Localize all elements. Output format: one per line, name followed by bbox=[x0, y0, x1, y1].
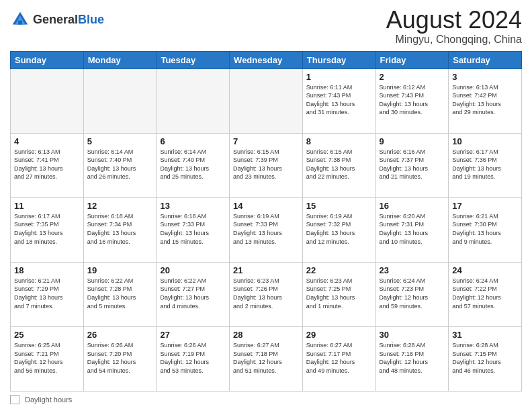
footer-label: Daylight hours bbox=[25, 396, 72, 404]
logo-blue: Blue bbox=[78, 13, 104, 26]
calendar-header-thursday: Thursday bbox=[302, 51, 375, 68]
day-number: 17 bbox=[452, 201, 518, 211]
day-info: Sunrise: 6:14 AMSunset: 7:40 PMDaylight:… bbox=[87, 148, 153, 181]
calendar-cell-4-5: 30Sunrise: 6:28 AMSunset: 7:16 PMDayligh… bbox=[375, 326, 449, 391]
calendar-cell-0-5: 2Sunrise: 6:12 AMSunset: 7:43 PMDaylight… bbox=[375, 68, 449, 133]
calendar-cell-1-3: 7Sunrise: 6:15 AMSunset: 7:39 PMDaylight… bbox=[230, 133, 303, 197]
calendar-cell-0-3 bbox=[230, 68, 303, 133]
day-number: 2 bbox=[380, 72, 445, 82]
day-number: 22 bbox=[306, 265, 372, 275]
calendar-week-2: 11Sunrise: 6:17 AMSunset: 7:35 PMDayligh… bbox=[11, 197, 522, 262]
footer-box bbox=[10, 395, 19, 404]
day-number: 18 bbox=[14, 265, 80, 275]
svg-rect-2 bbox=[18, 21, 22, 25]
calendar-cell-0-6: 3Sunrise: 6:13 AMSunset: 7:42 PMDaylight… bbox=[449, 68, 522, 133]
day-info: Sunrise: 6:17 AMSunset: 7:35 PMDaylight:… bbox=[14, 212, 80, 246]
day-info: Sunrise: 6:27 AMSunset: 7:18 PMDaylight:… bbox=[233, 341, 299, 375]
calendar-cell-3-2: 20Sunrise: 6:22 AMSunset: 7:27 PMDayligh… bbox=[157, 262, 230, 326]
day-info: Sunrise: 6:18 AMSunset: 7:34 PMDaylight:… bbox=[87, 212, 153, 246]
calendar-week-0: 1Sunrise: 6:11 AMSunset: 7:43 PMDaylight… bbox=[11, 68, 522, 133]
calendar-week-3: 18Sunrise: 6:21 AMSunset: 7:29 PMDayligh… bbox=[11, 262, 522, 326]
day-info: Sunrise: 6:19 AMSunset: 7:33 PMDaylight:… bbox=[233, 212, 299, 246]
logo-text: GeneralBlue bbox=[33, 13, 104, 26]
day-info: Sunrise: 6:16 AMSunset: 7:37 PMDaylight:… bbox=[380, 148, 445, 181]
day-info: Sunrise: 6:28 AMSunset: 7:16 PMDaylight:… bbox=[380, 341, 445, 375]
calendar-cell-1-2: 6Sunrise: 6:14 AMSunset: 7:40 PMDaylight… bbox=[157, 133, 230, 197]
calendar-header-friday: Friday bbox=[375, 51, 449, 68]
day-number: 12 bbox=[87, 201, 153, 211]
calendar-cell-2-6: 17Sunrise: 6:21 AMSunset: 7:30 PMDayligh… bbox=[449, 197, 522, 262]
day-info: Sunrise: 6:22 AMSunset: 7:27 PMDaylight:… bbox=[160, 277, 226, 310]
day-number: 11 bbox=[14, 201, 80, 211]
day-number: 6 bbox=[160, 136, 226, 146]
day-number: 27 bbox=[160, 330, 226, 340]
calendar-header-sunday: Sunday bbox=[11, 51, 84, 68]
day-number: 23 bbox=[380, 265, 445, 275]
calendar-cell-2-4: 15Sunrise: 6:19 AMSunset: 7:32 PMDayligh… bbox=[302, 197, 375, 262]
calendar-table: SundayMondayTuesdayWednesdayThursdayFrid… bbox=[10, 51, 522, 392]
day-info: Sunrise: 6:14 AMSunset: 7:40 PMDaylight:… bbox=[160, 148, 226, 181]
calendar-cell-4-1: 26Sunrise: 6:26 AMSunset: 7:20 PMDayligh… bbox=[83, 326, 157, 391]
calendar-cell-0-0 bbox=[11, 68, 84, 133]
day-info: Sunrise: 6:19 AMSunset: 7:32 PMDaylight:… bbox=[306, 212, 372, 246]
day-number: 14 bbox=[233, 201, 299, 211]
day-number: 30 bbox=[380, 330, 445, 340]
calendar-header-wednesday: Wednesday bbox=[230, 51, 303, 68]
logo: GeneralBlue bbox=[10, 9, 104, 30]
calendar-week-4: 25Sunrise: 6:25 AMSunset: 7:21 PMDayligh… bbox=[11, 326, 522, 391]
logo-icon bbox=[10, 9, 30, 30]
footer: Daylight hours bbox=[10, 395, 522, 404]
calendar-header-saturday: Saturday bbox=[449, 51, 522, 68]
day-number: 21 bbox=[233, 265, 299, 275]
day-info: Sunrise: 6:21 AMSunset: 7:29 PMDaylight:… bbox=[14, 277, 80, 310]
day-number: 31 bbox=[452, 330, 518, 340]
day-info: Sunrise: 6:13 AMSunset: 7:42 PMDaylight:… bbox=[452, 83, 518, 117]
day-number: 28 bbox=[233, 330, 299, 340]
calendar-cell-0-4: 1Sunrise: 6:11 AMSunset: 7:43 PMDaylight… bbox=[302, 68, 375, 133]
calendar-cell-2-3: 14Sunrise: 6:19 AMSunset: 7:33 PMDayligh… bbox=[230, 197, 303, 262]
calendar-cell-3-5: 23Sunrise: 6:24 AMSunset: 7:23 PMDayligh… bbox=[375, 262, 449, 326]
calendar-cell-0-2 bbox=[157, 68, 230, 133]
calendar-cell-4-2: 27Sunrise: 6:26 AMSunset: 7:19 PMDayligh… bbox=[157, 326, 230, 391]
calendar-cell-3-6: 24Sunrise: 6:24 AMSunset: 7:22 PMDayligh… bbox=[449, 262, 522, 326]
day-info: Sunrise: 6:17 AMSunset: 7:36 PMDaylight:… bbox=[452, 148, 518, 181]
calendar-cell-3-4: 22Sunrise: 6:23 AMSunset: 7:25 PMDayligh… bbox=[302, 262, 375, 326]
day-info: Sunrise: 6:18 AMSunset: 7:33 PMDaylight:… bbox=[160, 212, 226, 246]
day-number: 10 bbox=[452, 136, 518, 146]
calendar-cell-1-0: 4Sunrise: 6:13 AMSunset: 7:41 PMDaylight… bbox=[11, 133, 84, 197]
calendar-cell-1-4: 8Sunrise: 6:15 AMSunset: 7:38 PMDaylight… bbox=[302, 133, 375, 197]
day-number: 15 bbox=[306, 201, 372, 211]
header: GeneralBlue August 2024 Mingyu, Chongqin… bbox=[10, 7, 522, 46]
day-info: Sunrise: 6:27 AMSunset: 7:17 PMDaylight:… bbox=[306, 341, 372, 375]
day-number: 5 bbox=[87, 136, 153, 146]
calendar-cell-3-0: 18Sunrise: 6:21 AMSunset: 7:29 PMDayligh… bbox=[11, 262, 84, 326]
day-info: Sunrise: 6:26 AMSunset: 7:20 PMDaylight:… bbox=[87, 341, 153, 375]
calendar-header-row: SundayMondayTuesdayWednesdayThursdayFrid… bbox=[11, 51, 522, 68]
day-info: Sunrise: 6:24 AMSunset: 7:23 PMDaylight:… bbox=[380, 277, 445, 310]
calendar-cell-0-1 bbox=[83, 68, 157, 133]
day-info: Sunrise: 6:26 AMSunset: 7:19 PMDaylight:… bbox=[160, 341, 226, 375]
calendar-header-tuesday: Tuesday bbox=[157, 51, 230, 68]
day-info: Sunrise: 6:11 AMSunset: 7:43 PMDaylight:… bbox=[306, 83, 372, 117]
calendar-cell-1-5: 9Sunrise: 6:16 AMSunset: 7:37 PMDaylight… bbox=[375, 133, 449, 197]
calendar-cell-2-2: 13Sunrise: 6:18 AMSunset: 7:33 PMDayligh… bbox=[157, 197, 230, 262]
day-number: 9 bbox=[380, 136, 445, 146]
day-number: 13 bbox=[160, 201, 226, 211]
calendar-cell-2-5: 16Sunrise: 6:20 AMSunset: 7:31 PMDayligh… bbox=[375, 197, 449, 262]
day-info: Sunrise: 6:13 AMSunset: 7:41 PMDaylight:… bbox=[14, 148, 80, 181]
calendar-header-monday: Monday bbox=[83, 51, 157, 68]
calendar-cell-4-3: 28Sunrise: 6:27 AMSunset: 7:18 PMDayligh… bbox=[230, 326, 303, 391]
day-number: 16 bbox=[380, 201, 445, 211]
calendar-cell-4-6: 31Sunrise: 6:28 AMSunset: 7:15 PMDayligh… bbox=[449, 326, 522, 391]
calendar-cell-3-3: 21Sunrise: 6:23 AMSunset: 7:26 PMDayligh… bbox=[230, 262, 303, 326]
day-info: Sunrise: 6:23 AMSunset: 7:25 PMDaylight:… bbox=[306, 277, 372, 310]
day-info: Sunrise: 6:28 AMSunset: 7:15 PMDaylight:… bbox=[452, 341, 518, 375]
day-number: 29 bbox=[306, 330, 372, 340]
day-info: Sunrise: 6:20 AMSunset: 7:31 PMDaylight:… bbox=[380, 212, 445, 246]
day-info: Sunrise: 6:24 AMSunset: 7:22 PMDaylight:… bbox=[452, 277, 518, 310]
day-info: Sunrise: 6:15 AMSunset: 7:38 PMDaylight:… bbox=[306, 148, 372, 181]
day-number: 19 bbox=[87, 265, 153, 275]
subtitle: Mingyu, Chongqing, China bbox=[386, 34, 522, 46]
calendar-week-1: 4Sunrise: 6:13 AMSunset: 7:41 PMDaylight… bbox=[11, 133, 522, 197]
calendar-cell-1-6: 10Sunrise: 6:17 AMSunset: 7:36 PMDayligh… bbox=[449, 133, 522, 197]
